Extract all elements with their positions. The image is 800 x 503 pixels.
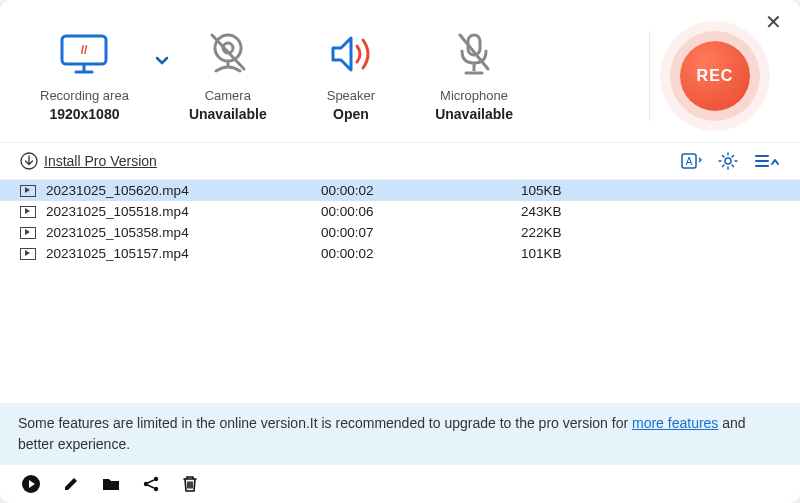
device-status: Open xyxy=(333,106,369,122)
monitor-icon: // xyxy=(58,30,110,78)
toolbar-right: A xyxy=(680,151,780,171)
file-name: 20231025_105518.mp4 xyxy=(46,204,321,219)
file-duration: 00:00:06 xyxy=(321,204,521,219)
file-duration: 00:00:02 xyxy=(321,246,521,261)
file-duration: 00:00:07 xyxy=(321,225,521,240)
close-button[interactable]: ✕ xyxy=(765,12,782,32)
file-name: 20231025_105157.mp4 xyxy=(46,246,321,261)
svg-point-20 xyxy=(154,477,158,481)
microphone-icon xyxy=(454,30,494,78)
file-duration: 00:00:02 xyxy=(321,183,521,198)
banner-text-before: Some features are limited in the online … xyxy=(18,415,632,431)
file-size: 101KB xyxy=(521,246,780,261)
share-button[interactable] xyxy=(142,475,160,493)
camera-device[interactable]: Camera Unavailable xyxy=(189,30,267,122)
file-row[interactable]: 20231025_105620.mp400:00:02105KB xyxy=(0,180,800,201)
video-file-icon xyxy=(20,248,36,260)
divider xyxy=(649,31,650,121)
record-button[interactable]: REC xyxy=(680,41,750,111)
video-file-icon xyxy=(20,227,36,239)
svg-point-4 xyxy=(215,35,241,61)
upgrade-banner: Some features are limited in the online … xyxy=(0,403,800,465)
file-list: 20231025_105620.mp400:00:02105KB20231025… xyxy=(0,180,800,403)
device-label: Recording area xyxy=(40,88,129,103)
app-window: ✕ // Recording area 1920x1080 xyxy=(0,0,800,503)
file-row[interactable]: 20231025_105358.mp400:00:07222KB xyxy=(0,222,800,243)
bottom-bar xyxy=(0,465,800,503)
device-status: Unavailable xyxy=(435,106,513,122)
svg-text:A: A xyxy=(686,156,693,167)
video-file-icon xyxy=(20,206,36,218)
file-name: 20231025_105620.mp4 xyxy=(46,183,321,198)
device-label: Camera xyxy=(205,88,251,103)
device-label: Microphone xyxy=(440,88,508,103)
svg-line-23 xyxy=(148,485,155,488)
svg-point-15 xyxy=(725,158,731,164)
device-status: Unavailable xyxy=(189,106,267,122)
rename-button[interactable]: A xyxy=(680,151,702,171)
file-row[interactable]: 20231025_105157.mp400:00:02101KB xyxy=(0,243,800,264)
install-pro-label: Install Pro Version xyxy=(44,153,157,169)
device-status: 1920x1080 xyxy=(49,106,119,122)
file-size: 105KB xyxy=(521,183,780,198)
microphone-device[interactable]: Microphone Unavailable xyxy=(435,30,513,122)
camera-icon xyxy=(204,30,252,78)
svg-text://: // xyxy=(81,43,88,57)
folder-button[interactable] xyxy=(102,476,120,492)
speaker-device[interactable]: Speaker Open xyxy=(327,30,375,122)
file-row[interactable]: 20231025_105518.mp400:00:06243KB xyxy=(0,201,800,222)
play-button[interactable] xyxy=(22,475,40,493)
download-icon xyxy=(20,152,38,170)
svg-point-21 xyxy=(154,487,158,491)
toolbar: Install Pro Version A xyxy=(0,142,800,180)
edit-button[interactable] xyxy=(62,475,80,493)
menu-collapse-button[interactable] xyxy=(754,152,780,170)
more-features-link[interactable]: more features xyxy=(632,415,718,431)
device-row: // Recording area 1920x1080 xyxy=(40,30,619,122)
speaker-icon xyxy=(327,30,375,78)
svg-line-22 xyxy=(148,480,155,483)
chevron-down-icon[interactable] xyxy=(155,52,169,70)
recording-area-device[interactable]: // Recording area 1920x1080 xyxy=(40,30,129,122)
settings-button[interactable] xyxy=(718,151,738,171)
file-size: 243KB xyxy=(521,204,780,219)
install-pro-link[interactable]: Install Pro Version xyxy=(20,152,157,170)
file-name: 20231025_105358.mp4 xyxy=(46,225,321,240)
top-panel: // Recording area 1920x1080 xyxy=(0,0,800,142)
device-label: Speaker xyxy=(327,88,375,103)
file-size: 222KB xyxy=(521,225,780,240)
video-file-icon xyxy=(20,185,36,197)
delete-button[interactable] xyxy=(182,475,198,493)
